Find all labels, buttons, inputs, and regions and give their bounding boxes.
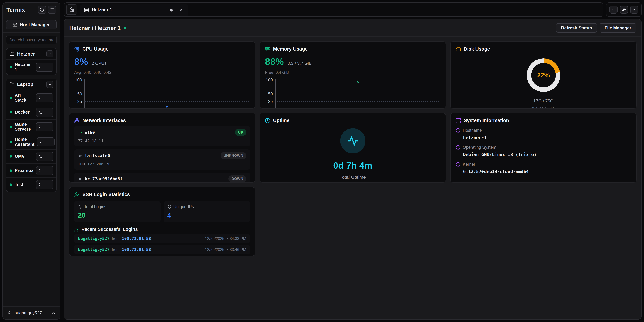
tools-button[interactable] (620, 6, 628, 14)
terminal-button[interactable] (36, 123, 45, 131)
host-menu-button[interactable] (45, 152, 53, 161)
unique-ips-value: 4 (167, 211, 246, 219)
user-check-icon (74, 227, 79, 232)
login-row: bugattiguy527 from 100.71.81.58 12/29/20… (74, 245, 250, 254)
host-menu-button[interactable] (45, 166, 53, 175)
terminal-button[interactable] (36, 108, 45, 117)
user-icon (7, 311, 12, 315)
card-title: Disk Usage (464, 46, 490, 52)
username: bugattiguy527 (14, 310, 42, 316)
total-logins-value: 20 (78, 211, 157, 219)
login-from-word: from (112, 236, 120, 241)
memory-used-total: 3.3 / 3.7 GiB (288, 61, 312, 66)
interface-row-eth0: eth0 UP 77.42.18.11 (74, 126, 250, 146)
host-row-hetzner-1[interactable]: Hetzner 1 (6, 60, 56, 75)
group-header[interactable]: Laptop (6, 79, 56, 90)
folder-icon (10, 82, 14, 87)
interface-ip: 100.122.206.70 (78, 162, 246, 166)
host-actions (36, 63, 54, 72)
host-row-proxmox[interactable]: Proxmox (6, 163, 56, 177)
memory-chart: 100 50 25 (275, 79, 440, 109)
terminal-button[interactable] (36, 152, 45, 161)
disk-percent: 22% (527, 59, 560, 92)
network-interfaces-card: Network Interfaces eth0 UP 77.42.18.11 (69, 113, 255, 183)
host-menu-button[interactable] (45, 108, 53, 117)
memory-data-point (356, 81, 358, 83)
disk-donut-chart: 22% (527, 59, 560, 92)
host-menu-button[interactable] (45, 180, 53, 189)
host-row-docker[interactable]: Docker (6, 105, 56, 119)
hamburger-icon (50, 8, 54, 12)
interface-name: tailscale0 (85, 153, 110, 158)
network-icon (74, 118, 80, 123)
wifi-icon (78, 130, 82, 135)
system-item-value: Debian GNU/Linux 13 (trixie) (463, 152, 631, 157)
close-tab-button[interactable] (178, 7, 184, 14)
login-time: 12/29/2025, 8:33:46 PM (205, 247, 246, 252)
interface-row-bridge: br-77ac9516bd8f DOWN 172.22.0.1 (74, 173, 250, 183)
split-view-button[interactable] (168, 7, 175, 14)
online-status-dot (124, 27, 126, 29)
chevron-up-icon (51, 311, 56, 315)
group-collapse-button[interactable] (46, 81, 54, 88)
sidebar: Termix Host Manager Hetzner (2, 2, 60, 320)
status-badge: UNKNOWN (220, 152, 246, 159)
host-row-game-servers[interactable]: Game Servers (6, 119, 56, 134)
collapse-up-button[interactable] (630, 6, 638, 14)
host-menu-button[interactable] (45, 123, 53, 131)
host-menu-button[interactable] (45, 63, 53, 71)
terminal-button[interactable] (36, 166, 45, 175)
cpu-data-point (166, 106, 168, 108)
terminal-button[interactable] (36, 63, 45, 71)
home-button[interactable] (66, 4, 77, 15)
memory-icon (265, 46, 270, 52)
host-manager-button[interactable]: Host Manager (6, 20, 56, 29)
system-item-os: Operating System Debian GNU/Linux 13 (tr… (456, 145, 631, 157)
page-title: Hetzner / Hetzner 1 (69, 25, 120, 31)
memory-percent: 88% (265, 56, 284, 67)
card-title: SSH Login Statistics (82, 192, 130, 197)
activity-icon (78, 205, 82, 209)
host-name: Docker (15, 110, 33, 115)
terminal-button[interactable] (38, 138, 46, 146)
terminal-button[interactable] (36, 94, 45, 102)
uptime-pulse-circle (340, 128, 366, 153)
chevron-up-icon (632, 8, 636, 12)
refresh-status-button[interactable]: Refresh Status (556, 23, 597, 33)
terminal-button[interactable] (36, 180, 45, 189)
system-information-card: System Information Hostname hetzner-1 Op… (450, 113, 636, 183)
host-menu-button[interactable] (45, 94, 53, 102)
interface-row-tailscale0: tailscale0 UNKNOWN 100.122.206.70 (74, 149, 250, 170)
group-collapse-button[interactable] (46, 50, 54, 57)
chevron-down-icon (612, 8, 616, 12)
host-row-test[interactable]: Test (6, 177, 56, 192)
login-user: bugattiguy527 (78, 247, 110, 252)
menu-button[interactable] (48, 6, 56, 14)
file-manager-button[interactable]: File Manager (600, 23, 636, 33)
panel-header: Hetzner / Hetzner 1 Refresh Status File … (64, 20, 641, 37)
system-item-value: 6.12.57+deb13-cloud-amd64 (463, 169, 631, 174)
card-title: Memory Usage (273, 46, 308, 52)
tab-hetzner-1[interactable]: Hetzner 1 (80, 4, 188, 17)
info-icon (456, 162, 460, 167)
collapse-down-button[interactable] (610, 6, 618, 14)
hard-drive-icon (13, 22, 18, 27)
host-row-omv[interactable]: OMV (6, 149, 56, 163)
user-menu[interactable]: bugattiguy527 (3, 306, 60, 319)
uptime-label: Total Uptime (340, 175, 366, 180)
refresh-button[interactable] (38, 6, 46, 14)
status-dot (10, 141, 12, 143)
host-manager-section: Host Manager (3, 17, 60, 33)
system-item-kernel: Kernel 6.12.57+deb13-cloud-amd64 (456, 162, 631, 174)
search-input[interactable] (6, 36, 56, 44)
host-row-arr-stack[interactable]: Arr Stack (6, 90, 56, 105)
y-tick: 25 (268, 99, 273, 104)
memory-free: Free: 0.4 GiB (265, 70, 440, 75)
host-name: OMV (15, 154, 33, 159)
user-check-icon (74, 192, 80, 197)
y-tick: 50 (77, 92, 82, 96)
group-header[interactable]: Hetzner (6, 48, 56, 60)
host-row-home-assistant[interactable]: Home Assistant (6, 134, 56, 149)
app-title: Termix (6, 7, 25, 13)
host-menu-button[interactable] (46, 138, 54, 146)
